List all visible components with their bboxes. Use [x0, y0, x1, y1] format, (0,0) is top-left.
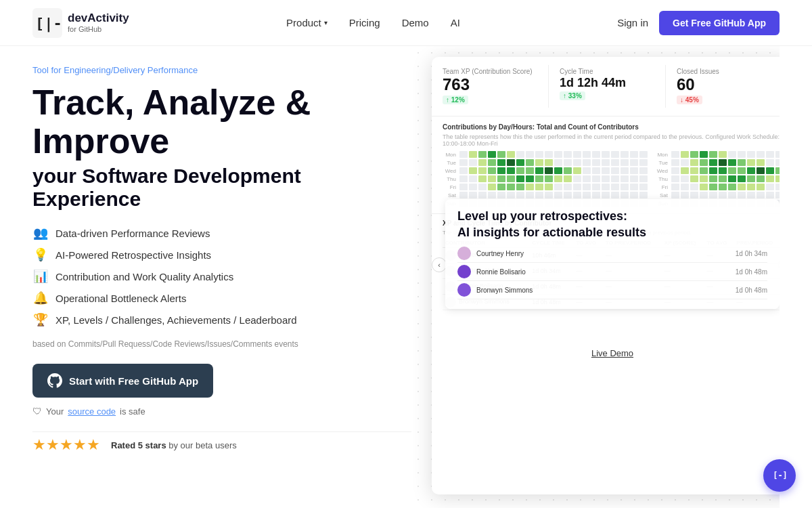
heatmap-cell — [459, 167, 468, 174]
hero-tagline: Tool for Engineering/Delivery Performanc… — [32, 65, 411, 75]
signin-button[interactable]: Sign in — [617, 17, 648, 28]
chat-icon: [‑] — [771, 467, 788, 484]
chevron-down-icon: ▾ — [324, 19, 328, 26]
heatmap-cell — [469, 192, 477, 198]
heatmap-cell — [630, 159, 638, 166]
star-rating: ★★★★★ — [32, 436, 100, 454]
heatmap-cell — [459, 159, 468, 166]
heatmap-cell — [671, 167, 679, 174]
contributor-time: 1d 0h 48m — [736, 268, 767, 276]
heatmap-cell — [602, 184, 610, 190]
heatmap-cell — [757, 167, 765, 174]
heatmap-cell — [681, 184, 689, 190]
heatmap-cell — [728, 151, 736, 158]
metric-issues-label: Closed Issues — [677, 68, 771, 75]
heatmap-cell — [757, 159, 765, 166]
heatmap-cell — [478, 175, 487, 182]
get-app-button[interactable]: Get Free GitHub App — [659, 11, 780, 35]
github-start-button[interactable]: Start with Free GitHub App — [32, 364, 213, 398]
heatmap-cell — [681, 192, 689, 198]
left-column: Tool for Engineering/Delivery Performanc… — [32, 46, 411, 508]
heatmap-cell — [757, 151, 765, 158]
heatmap-cell — [700, 159, 708, 166]
heatmap-cell — [535, 159, 543, 166]
logo[interactable]: [|‑|] devActivity for GitHub — [32, 8, 129, 38]
heatmap-row: Wed — [654, 167, 780, 174]
heatmap-cell — [621, 175, 629, 182]
heatmap-row: Mon — [443, 151, 648, 158]
heatmap-cell — [700, 167, 708, 174]
nav-demo[interactable]: Demo — [402, 17, 429, 28]
heatmap-row: Sat — [654, 192, 780, 198]
heatmap-cell — [602, 167, 610, 174]
heatmap-cell — [775, 151, 780, 158]
heatmap-cell — [497, 159, 505, 166]
heatmap-cell — [766, 184, 774, 190]
heatmap-cell — [564, 159, 572, 166]
heatmap-cell — [621, 159, 629, 166]
heatmap-cell — [621, 167, 629, 174]
heatmap-cell — [728, 184, 736, 190]
heatmap-cell — [602, 175, 610, 182]
heatmap-cell — [516, 159, 524, 166]
heatmap-cell — [516, 151, 524, 158]
heatmap-cell — [564, 175, 572, 182]
heatmap-cell — [766, 167, 774, 174]
metric-cycle-value: 1d 12h 44m — [560, 77, 654, 89]
feature-icon-2: 💡 — [32, 247, 49, 262]
heatmap-cell — [775, 167, 780, 174]
heatmap-cell — [507, 159, 515, 166]
heatmap-cell — [709, 159, 717, 166]
xp-area: XP and Cycle Time by Contributor The tab… — [432, 214, 780, 350]
heatmap-cell — [681, 175, 689, 182]
heatmap-cell — [671, 159, 679, 166]
heatmap-cell — [719, 175, 727, 182]
nav-product[interactable]: Product ▾ — [286, 17, 328, 28]
heatmap-cell — [630, 151, 638, 158]
heatmap-cell — [681, 151, 689, 158]
heatmap-cell — [564, 151, 572, 158]
heatmap-cell — [775, 159, 780, 166]
heatmap-cell — [592, 192, 600, 198]
heatmap-cell — [719, 151, 727, 158]
heatmap-cell — [497, 167, 505, 174]
nav-ai[interactable]: AI — [451, 17, 460, 28]
heatmap-cell — [573, 192, 581, 198]
heatmap-cell — [545, 175, 553, 182]
contributor-avatar — [457, 247, 471, 260]
heatmap-row: Tue — [654, 159, 780, 166]
heatmap-cell — [719, 184, 727, 190]
feature-text-3: Contribution and Work Quality Analytics — [55, 271, 233, 282]
prev-arrow[interactable]: ‹ — [432, 257, 447, 272]
live-demo-link[interactable]: Live Demo — [432, 343, 780, 364]
heatmap-cell — [728, 192, 736, 198]
heatmap-cell — [757, 175, 765, 182]
source-code-link[interactable]: source code — [68, 406, 116, 417]
heatmap-cell — [526, 167, 534, 174]
heatmap-cell — [564, 192, 572, 198]
heatmap-cell — [700, 175, 708, 182]
floating-chat-button[interactable]: [‑] — [763, 459, 796, 492]
heatmap-cell — [507, 184, 515, 190]
heatmap-cell — [775, 175, 780, 182]
heatmap-cell — [478, 192, 487, 198]
heatmap-cell — [611, 151, 619, 158]
rating-label: Rated 5 stars — [111, 440, 166, 450]
nav-pricing[interactable]: Pricing — [349, 17, 380, 28]
heatmap-cell — [592, 175, 600, 182]
heatmap-cell — [700, 192, 708, 198]
heatmap-cell — [757, 192, 765, 198]
heatmap-cell — [564, 184, 572, 190]
heatmap-cell — [766, 151, 774, 158]
metric-xp-badge: ↑ 12% — [443, 96, 468, 104]
heatmap-cell — [545, 151, 553, 158]
heatmap-cell — [554, 184, 562, 190]
feature-icon-1: 👥 — [32, 226, 49, 240]
heatmap-cell — [459, 175, 468, 182]
heatmap-cell — [690, 184, 698, 190]
heatmap-cell — [497, 192, 505, 198]
heatmap-cell — [719, 192, 727, 198]
heatmap-cell — [545, 192, 553, 198]
shield-icon: 🛡 — [32, 406, 42, 417]
overlay-title: Level up your retrospectives:AI insights… — [457, 209, 767, 240]
